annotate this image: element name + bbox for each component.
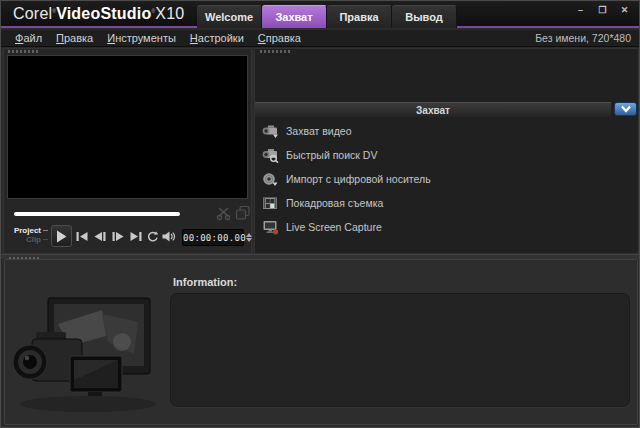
timecode-spinner[interactable] bbox=[246, 233, 252, 242]
window-controls: – ❐ ✕ bbox=[574, 5, 631, 15]
next-frame-button[interactable] bbox=[111, 231, 125, 242]
logo-product: VideoStudio bbox=[56, 5, 151, 22]
capture-option-live-screen-capture[interactable]: Live Screen Capture bbox=[262, 215, 632, 239]
document-status: Без имени, 720*480 bbox=[535, 32, 631, 44]
capture-option-label: Импорт с цифровой носитель bbox=[286, 173, 431, 185]
product-illustration bbox=[10, 284, 162, 416]
menu-file[interactable]: Файл bbox=[15, 32, 42, 44]
previous-frame-button[interactable] bbox=[93, 231, 107, 242]
logo-version: X10 bbox=[155, 5, 184, 22]
logo-brand: Corel bbox=[13, 5, 52, 22]
chevron-down-icon bbox=[620, 105, 632, 113]
volume-button[interactable] bbox=[162, 231, 176, 242]
panel-drag-handle[interactable] bbox=[260, 50, 290, 53]
minimize-button[interactable]: – bbox=[574, 5, 587, 15]
menu-settings[interactable]: Настройки bbox=[190, 32, 244, 44]
close-button[interactable]: ✕ bbox=[618, 5, 631, 15]
capture-video-icon bbox=[262, 124, 279, 139]
cut-icon[interactable] bbox=[216, 205, 232, 221]
panel-drag-handle[interactable] bbox=[8, 50, 38, 53]
player-panel: Project Clip 00:00: bbox=[3, 48, 252, 254]
playback-mode-switch: Project Clip bbox=[8, 226, 48, 244]
clip-mode-toggle[interactable]: Clip bbox=[8, 235, 48, 244]
menu-edit[interactable]: Правка bbox=[56, 32, 93, 44]
tab-capture[interactable]: Захват bbox=[262, 5, 327, 28]
capture-option-label: Быстрый поиск DV bbox=[286, 149, 377, 161]
play-icon bbox=[56, 230, 67, 243]
information-label: Information: bbox=[173, 276, 237, 288]
dv-quick-scan-icon bbox=[262, 148, 279, 163]
capture-option-label: Захват видео bbox=[286, 125, 351, 137]
capture-option-dv-quick-scan[interactable]: Быстрый поиск DV bbox=[262, 143, 632, 167]
information-box bbox=[170, 293, 630, 407]
app-window: Corel®VideoStudio®X10 Welcome Захват Пра… bbox=[0, 0, 640, 428]
timecode-field[interactable]: 00:00:00.00 bbox=[182, 229, 244, 246]
collapse-panel-button[interactable] bbox=[614, 102, 637, 116]
app-logo: Corel®VideoStudio®X10 bbox=[13, 5, 184, 23]
title-bar: Corel®VideoStudio®X10 Welcome Захват Пра… bbox=[1, 1, 640, 28]
step-tabs: Welcome Захват Правка Вывод bbox=[197, 5, 457, 28]
video-preview bbox=[7, 55, 248, 199]
copy-icon[interactable] bbox=[235, 205, 251, 221]
capture-option-label: Покадровая съемка bbox=[286, 197, 383, 209]
capture-option-label: Live Screen Capture bbox=[286, 221, 382, 233]
capture-option-capture-video[interactable]: Захват видео bbox=[262, 119, 632, 143]
capture-option-stop-motion[interactable]: Покадровая съемка bbox=[262, 191, 632, 215]
capture-panel-title: Захват bbox=[255, 102, 611, 117]
maximize-button[interactable]: ❐ bbox=[596, 5, 609, 15]
capture-panel: Захват Захват видео bbox=[254, 48, 639, 254]
live-screen-capture-icon bbox=[262, 220, 279, 235]
import-digital-media-icon bbox=[262, 172, 279, 187]
capture-option-import-digital-media[interactable]: Импорт с цифровой носитель bbox=[262, 167, 632, 191]
stop-motion-icon bbox=[262, 196, 279, 211]
menu-tools[interactable]: Инструменты bbox=[107, 32, 176, 44]
information-panel: Information: bbox=[4, 259, 638, 425]
tab-edit[interactable]: Правка bbox=[327, 5, 392, 28]
play-button[interactable] bbox=[51, 225, 72, 247]
go-to-start-button[interactable] bbox=[75, 231, 89, 242]
capture-option-list: Захват видео Быстрый поиск DV bbox=[262, 119, 632, 239]
timecode-value[interactable]: 00:00:00.00 bbox=[183, 233, 246, 243]
tab-share[interactable]: Вывод bbox=[392, 5, 457, 28]
tab-welcome[interactable]: Welcome bbox=[197, 5, 262, 28]
scrubber-bar[interactable] bbox=[14, 212, 180, 216]
go-to-end-button[interactable] bbox=[129, 231, 143, 242]
menu-help[interactable]: Справка bbox=[258, 32, 301, 44]
repeat-button[interactable] bbox=[146, 231, 159, 242]
project-mode-toggle[interactable]: Project bbox=[8, 226, 48, 235]
menu-bar: Файл Правка Инструменты Настройки Справк… bbox=[1, 30, 640, 47]
